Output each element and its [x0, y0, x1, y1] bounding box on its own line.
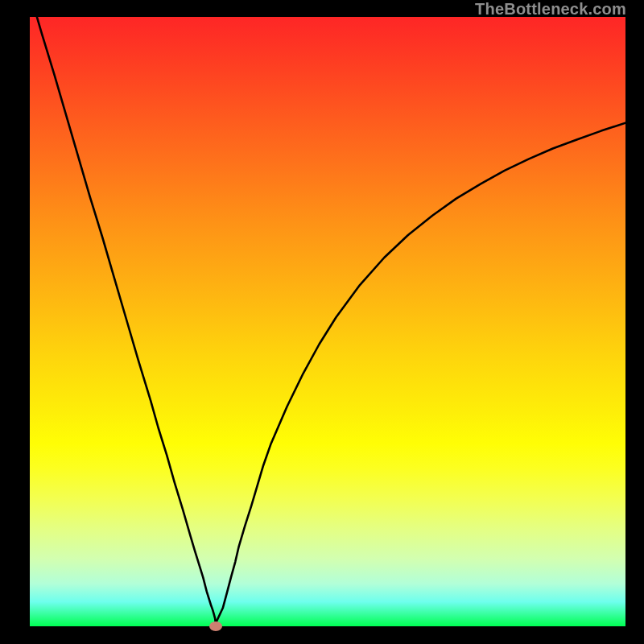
plot-area [30, 17, 625, 626]
watermark-text: TheBottleneck.com [475, 0, 626, 19]
chart-frame: TheBottleneck.com [0, 0, 644, 644]
bottleneck-curve [30, 17, 625, 626]
optimal-point-marker [209, 621, 222, 631]
